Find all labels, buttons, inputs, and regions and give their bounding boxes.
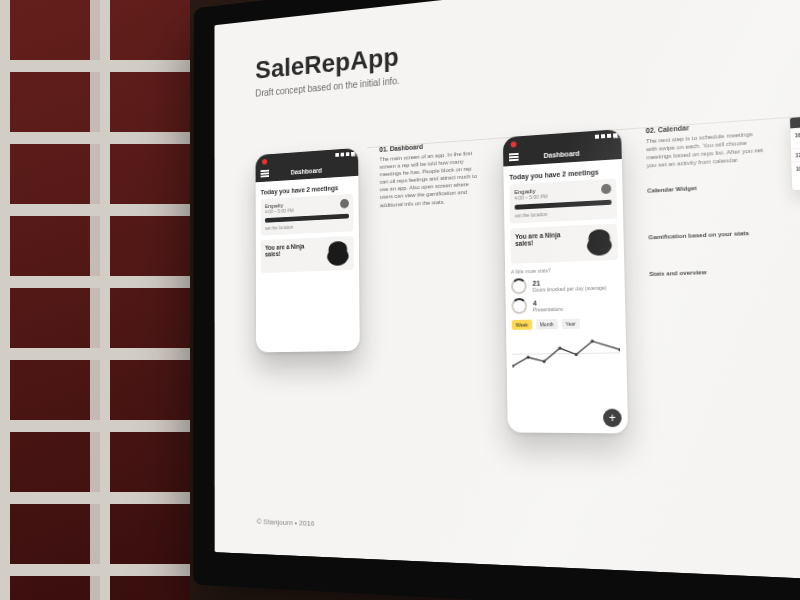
annotation-dashboard: 01. Dashboard The main screen of an app.…: [379, 139, 481, 209]
metric-presentations: 4 Presentations: [511, 295, 619, 314]
ninja-avatar-icon: [586, 229, 613, 256]
ninja-card: You are a Ninja sales!: [510, 224, 618, 264]
tab-year[interactable]: Year: [561, 319, 579, 329]
tab-month[interactable]: Month: [536, 319, 558, 329]
brick-wall: [0, 0, 190, 600]
meeting-card[interactable]: Engadiy 4:00 – 5:00 PM set the location: [261, 194, 354, 236]
meeting-location[interactable]: set the location: [265, 221, 349, 231]
day-number: 16: [790, 128, 800, 148]
stats-heading: A little more stats?: [511, 265, 618, 275]
svg-point-3: [558, 347, 561, 350]
canvas-footer: © Stanjourn • 2016: [257, 517, 315, 528]
status-time: 12:30: [351, 152, 355, 156]
artboard-row: 12:30 Dashboard Today you have 2 meeting…: [256, 103, 800, 436]
progress-ring-icon: [511, 278, 527, 294]
metric-label: Doors knocked per day (average): [533, 284, 607, 292]
stats-chart: [512, 332, 621, 374]
metric-doors: 21 Doors knocked per day (average): [511, 275, 619, 294]
artboard-calendar[interactable]: 16 17 18: [789, 111, 800, 191]
metric-label: Presentations: [533, 305, 563, 312]
day-number: 17: [791, 148, 800, 162]
calendar-day[interactable]: 17: [791, 143, 800, 162]
annotation-body: The main screen of an app. In the first …: [379, 149, 481, 209]
callout-label: Calendar Widget: [647, 182, 764, 195]
app-bar-title: Dashboard: [543, 149, 579, 158]
artboard-dashboard-extended[interactable]: 12:30 Dashboard Today you have 2 meeting…: [503, 129, 628, 433]
fab-add-button[interactable]: +: [603, 409, 622, 428]
annotation-body: The next step is to schedule meetings wi…: [646, 129, 764, 170]
ninja-text: You are a Ninja sales!: [515, 230, 580, 247]
ninja-text: You are a Ninja sales!: [265, 242, 322, 257]
artboard-dashboard[interactable]: 12:30 Dashboard Today you have 2 meeting…: [256, 148, 360, 353]
status-time: 12:30: [613, 133, 617, 137]
app-bar-title: Dashboard: [291, 167, 322, 175]
svg-point-4: [575, 353, 578, 356]
hamburger-icon[interactable]: [261, 170, 269, 178]
ninja-card: You are a Ninja sales!: [261, 236, 354, 273]
meeting-card[interactable]: Engadiy 4:00 – 5:00 PM set the location: [509, 178, 617, 223]
meeting-tag: [515, 200, 612, 210]
dashboard-headline: Today you have 2 meetings: [509, 167, 616, 180]
callout-label: Stats and overview: [649, 267, 767, 277]
svg-point-6: [618, 348, 620, 351]
ninja-avatar-icon: [327, 241, 350, 266]
calendar-header: [790, 112, 800, 128]
tab-week[interactable]: Week: [512, 320, 532, 330]
svg-point-2: [543, 360, 546, 363]
arrow-circle-icon[interactable]: [601, 184, 611, 195]
svg-point-5: [591, 340, 594, 343]
day-number: 18: [791, 162, 800, 190]
monitor: SaleRepApp Draft concept based on the in…: [193, 0, 800, 600]
calendar-day[interactable]: 18: [791, 157, 800, 190]
metric-value: 21: [532, 277, 606, 286]
calendar-day[interactable]: 16: [790, 123, 800, 148]
range-tabs[interactable]: Week Month Year: [512, 318, 620, 330]
progress-ring-icon: [511, 298, 527, 314]
hamburger-icon[interactable]: [509, 153, 519, 161]
